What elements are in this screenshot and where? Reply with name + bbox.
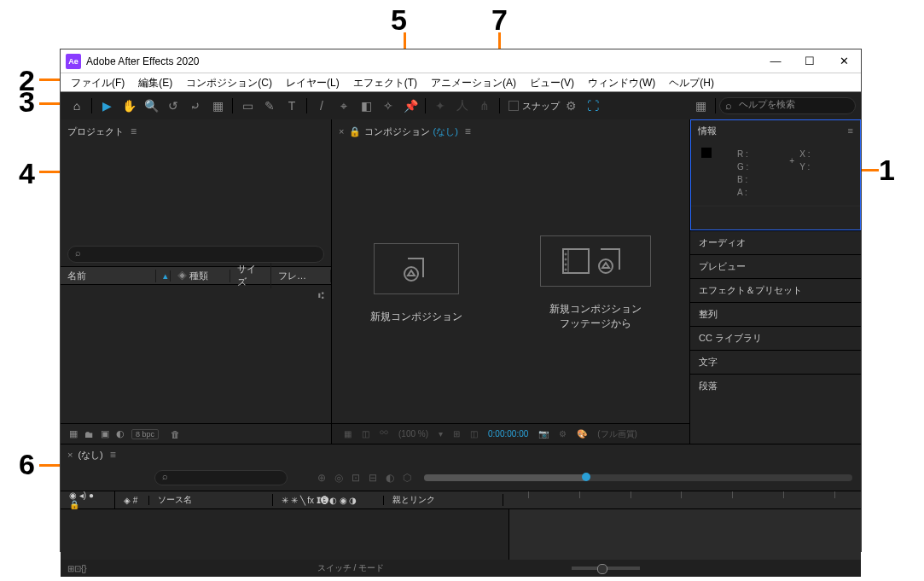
cf-icon[interactable]: ◫ xyxy=(470,429,478,439)
cf-icon[interactable]: ⚙ xyxy=(559,429,567,439)
comp-tab-close-icon[interactable]: × xyxy=(339,126,344,137)
tl-panel-menu-icon[interactable]: ≡ xyxy=(110,449,116,461)
tl-header-source[interactable]: ソース名 xyxy=(149,494,273,506)
axis3-tool-icon[interactable]: ⋔ xyxy=(474,96,495,116)
hand-tool-icon[interactable]: ✋ xyxy=(119,96,139,116)
selection-tool-icon[interactable]: ▶ xyxy=(96,96,117,116)
rotate-tool-icon[interactable]: ⤾ xyxy=(185,96,206,116)
minimize-button[interactable]: — xyxy=(758,49,793,73)
menu-edit[interactable]: 編集(E) xyxy=(131,73,179,91)
panel-audio[interactable]: オーディオ xyxy=(690,230,861,254)
tl-tab-close-icon[interactable]: × xyxy=(67,450,73,460)
puppet-tool-icon[interactable]: 📌 xyxy=(400,96,421,116)
tl-header-switches[interactable]: ✳ ✳ ╲ fx 𝗜🅔◐ ◉ ◑ xyxy=(273,496,384,505)
tl-ctrl-icon[interactable]: ⬡ xyxy=(398,472,416,484)
cf-icon[interactable]: ▾ xyxy=(439,429,443,439)
clone-tool-icon[interactable]: ⌖ xyxy=(334,96,354,116)
cf-quality[interactable]: (フル画質) xyxy=(597,428,637,440)
menu-file[interactable]: ファイル(F) xyxy=(64,73,131,91)
timeline-tracks[interactable] xyxy=(509,509,861,560)
brush-tool-icon[interactable]: / xyxy=(311,96,332,116)
info-tab[interactable]: 情報 xyxy=(698,125,717,137)
panel-preview[interactable]: プレビュー xyxy=(690,254,861,278)
tl-ctrl-icon[interactable]: ◎ xyxy=(330,472,347,484)
cf-time[interactable]: 0:00:00:00 xyxy=(488,429,528,439)
col-size[interactable]: サイズ xyxy=(230,263,271,288)
lock-icon[interactable]: 🔒 xyxy=(349,126,361,137)
panel-align[interactable]: 整列 xyxy=(690,302,861,326)
cf-icon[interactable]: 📷 xyxy=(538,429,549,439)
home-icon[interactable]: ⌂ xyxy=(67,96,87,116)
axis-tool-icon[interactable]: ✦ xyxy=(430,96,450,116)
folder-icon[interactable]: 🖿 xyxy=(84,429,94,439)
menu-layer[interactable]: レイヤー(L) xyxy=(279,73,346,91)
help-search-input[interactable]: ヘルプを検索 xyxy=(719,97,856,114)
panel-character[interactable]: 文字 xyxy=(690,350,861,374)
cf-icon[interactable]: ◫ xyxy=(362,429,369,439)
new-comp-from-footage-button[interactable]: 新規コンポジション フッテージから xyxy=(540,235,651,331)
snap-opt2-icon[interactable]: ⛶ xyxy=(583,96,603,116)
tl-header-parent[interactable]: 親とリンク xyxy=(384,494,503,506)
new-comp-icon[interactable]: ▣ xyxy=(101,428,109,439)
tl-ctrl-icon[interactable]: ⊕ xyxy=(313,472,330,484)
timeline-layers[interactable] xyxy=(61,509,509,560)
comp-tab-link[interactable]: (なし) xyxy=(433,126,458,137)
cf-zoom[interactable]: (100 %) xyxy=(398,429,428,439)
tl-header-av[interactable]: ◉ ◂) ● 🔒 xyxy=(61,491,115,509)
maximize-button[interactable]: ☐ xyxy=(793,49,827,73)
tl-ctrl-icon[interactable]: ◐ xyxy=(381,472,398,484)
col-frame[interactable]: フレ… xyxy=(271,270,331,282)
menu-effect[interactable]: エフェクト(T) xyxy=(346,73,424,91)
roto-tool-icon[interactable]: ✧ xyxy=(378,96,398,116)
menu-window[interactable]: ウィンドウ(W) xyxy=(581,73,662,91)
axis2-tool-icon[interactable]: 人 xyxy=(452,96,473,116)
project-tab[interactable]: プロジェクト xyxy=(67,125,124,138)
timeline-zoom-slider[interactable] xyxy=(572,566,640,570)
workspace-icon[interactable]: ▦ xyxy=(690,96,711,116)
timeline-search-input[interactable]: ⌕ xyxy=(154,470,288,485)
text-tool-icon[interactable]: T xyxy=(282,96,302,116)
panel-paragraph[interactable]: 段落 xyxy=(690,374,861,398)
comp-panel-menu-icon[interactable]: ≡ xyxy=(465,125,471,137)
menu-help[interactable]: ヘルプ(H) xyxy=(662,73,721,91)
time-navigator-handle[interactable] xyxy=(424,474,587,481)
time-navigator[interactable] xyxy=(424,474,852,481)
rect-tool-icon[interactable]: ▭ xyxy=(237,96,258,116)
new-comp-button[interactable]: 新規コンポジション xyxy=(370,243,462,324)
project-search-input[interactable]: ⌕ xyxy=(67,246,324,263)
col-type[interactable]: ◈ 種類 xyxy=(171,270,230,282)
tl-toggle-icon[interactable]: ⊞ xyxy=(67,564,74,573)
col-sort-icon[interactable]: ▴ xyxy=(156,270,171,282)
comp-tab[interactable]: コンポジション (なし) xyxy=(364,125,457,138)
menu-view[interactable]: ビュー(V) xyxy=(523,73,581,91)
close-button[interactable]: ✕ xyxy=(827,49,861,73)
adjust-icon[interactable]: ◐ xyxy=(116,428,125,439)
bpc-label[interactable]: 8 bpc xyxy=(131,429,159,439)
panel-effects-presets[interactable]: エフェクト＆プリセット xyxy=(690,278,861,302)
info-panel-menu-icon[interactable]: ≡ xyxy=(848,125,853,136)
menu-animation[interactable]: アニメーション(A) xyxy=(424,73,523,91)
tl-toggle-icon[interactable]: ⊡ xyxy=(74,564,81,573)
interpret-icon[interactable]: ▦ xyxy=(69,428,78,439)
panel-cc-libraries[interactable]: CC ライブラリ xyxy=(690,326,861,350)
orbit-tool-icon[interactable]: ↺ xyxy=(163,96,183,116)
tl-ctrl-icon[interactable]: ⊡ xyxy=(347,472,364,484)
menu-composition[interactable]: コンポジション(C) xyxy=(179,73,279,91)
cf-icon[interactable]: ▦ xyxy=(344,429,352,439)
camera-tool-icon[interactable]: ▦ xyxy=(207,96,228,116)
timeline-tab[interactable]: (なし) xyxy=(78,449,102,462)
snap-toggle[interactable]: スナップ xyxy=(508,100,560,113)
snap-opt1-icon[interactable]: ⚙ xyxy=(561,96,581,116)
col-name[interactable]: 名前 xyxy=(61,270,156,282)
switch-mode-button[interactable]: スイッチ / モード xyxy=(317,562,384,574)
tl-toggle-icon[interactable]: {} xyxy=(81,564,87,573)
flowchart-icon[interactable]: ⑆ xyxy=(318,290,324,300)
zoom-tool-icon[interactable]: 🔍 xyxy=(141,96,161,116)
cf-icon[interactable]: 🎨 xyxy=(577,429,587,439)
cf-icon[interactable]: ⊞ xyxy=(453,429,460,439)
project-panel-menu-icon[interactable]: ≡ xyxy=(131,125,137,137)
tl-header-label[interactable]: ◈ # xyxy=(115,496,149,505)
cf-icon[interactable]: ᴼᴼ xyxy=(380,429,388,439)
eraser-tool-icon[interactable]: ◧ xyxy=(356,96,376,116)
pen-tool-icon[interactable]: ✎ xyxy=(259,96,280,116)
